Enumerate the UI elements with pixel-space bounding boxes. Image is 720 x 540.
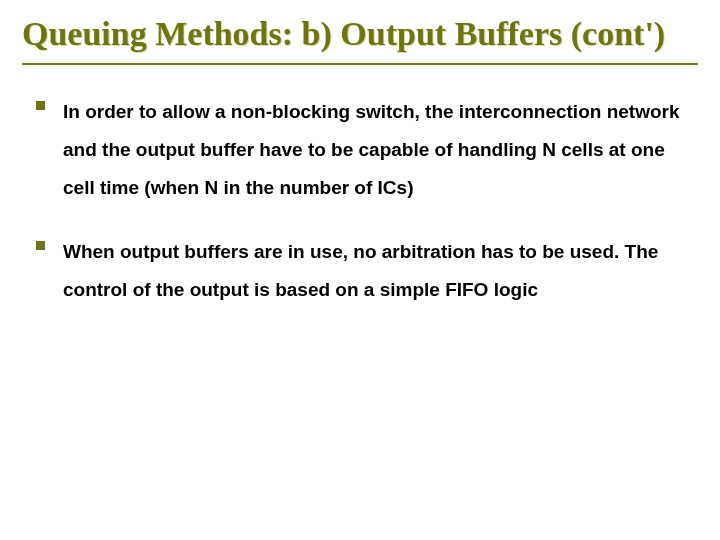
- bullet-text: When output buffers are in use, no arbit…: [63, 233, 690, 309]
- bullet-list: In order to allow a non-blocking switch,…: [22, 93, 698, 309]
- bullet-text: In order to allow a non-blocking switch,…: [63, 93, 690, 207]
- square-bullet-icon: [36, 101, 45, 110]
- square-bullet-icon: [36, 241, 45, 250]
- list-item: When output buffers are in use, no arbit…: [36, 233, 690, 309]
- list-item: In order to allow a non-blocking switch,…: [36, 93, 690, 207]
- slide-title: Queuing Methods: b) Output Buffers (cont…: [22, 10, 698, 61]
- title-container: Queuing Methods: b) Output Buffers (cont…: [22, 10, 698, 65]
- slide: Queuing Methods: b) Output Buffers (cont…: [0, 0, 720, 540]
